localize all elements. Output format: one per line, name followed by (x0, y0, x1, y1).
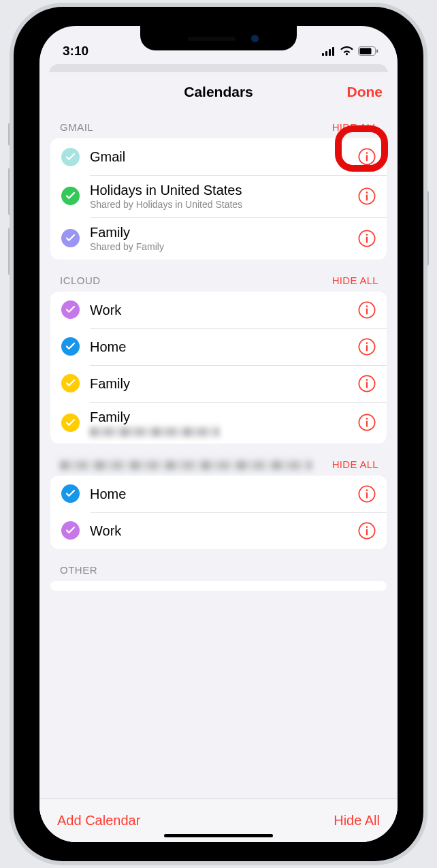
svg-rect-30 (366, 492, 368, 498)
svg-rect-0 (322, 53, 324, 56)
mute-switch (8, 123, 12, 146)
screen: 3:10 Calendars Done (39, 26, 398, 842)
check-icon[interactable] (61, 414, 80, 432)
calendar-sublabel: Shared by Holidays in United States (90, 199, 351, 211)
calendar-label: Family (90, 375, 351, 392)
svg-point-26 (366, 418, 368, 420)
info-icon[interactable] (358, 148, 376, 166)
section-other: OTHER (50, 549, 387, 591)
home-indicator[interactable] (164, 834, 273, 837)
hide-all-icloud[interactable]: HIDE ALL (332, 275, 378, 286)
svg-point-14 (366, 234, 368, 236)
check-icon[interactable] (61, 484, 80, 503)
info-icon[interactable] (358, 230, 376, 247)
svg-point-20 (366, 342, 368, 344)
calendar-row-work[interactable]: Work (50, 512, 387, 549)
side-button (425, 191, 429, 266)
svg-rect-1 (325, 51, 327, 56)
svg-rect-9 (366, 155, 368, 161)
calendar-row-gmail[interactable]: Gmail (50, 138, 387, 175)
svg-point-29 (366, 489, 368, 491)
section-third: HIDE ALL Home (50, 444, 387, 549)
svg-rect-5 (360, 48, 372, 55)
calendar-row-family[interactable]: Family Shared by Family (50, 217, 387, 260)
svg-rect-6 (376, 50, 378, 53)
sheet-body[interactable]: GMAIL HIDE ALL Gmail (39, 112, 398, 799)
info-icon[interactable] (358, 522, 376, 540)
check-icon[interactable] (61, 521, 80, 540)
info-icon[interactable] (358, 301, 376, 319)
svg-rect-2 (329, 49, 331, 56)
sheet-title: Calendars (184, 84, 253, 100)
calendar-label: Family (90, 224, 351, 241)
status-icons (322, 46, 378, 59)
check-icon[interactable] (61, 187, 80, 205)
status-time: 3:10 (63, 44, 88, 59)
section-title-other: OTHER (60, 564, 97, 576)
info-icon[interactable] (358, 338, 376, 356)
done-button[interactable]: Done (347, 72, 383, 112)
section-title-icloud: ICLOUD (60, 275, 101, 286)
check-icon[interactable] (61, 300, 80, 319)
hide-all-button[interactable]: Hide All (334, 813, 380, 828)
calendar-label: Home (90, 339, 351, 355)
calendar-row-family[interactable]: Family (50, 365, 387, 402)
svg-rect-15 (366, 236, 368, 243)
list-icloud: Work Home (50, 292, 387, 444)
calendar-row-holidays[interactable]: Holidays in United States Shared by Holi… (50, 175, 387, 217)
info-icon[interactable] (358, 414, 376, 431)
calendar-row-home[interactable]: Home (50, 476, 387, 512)
list-third: Home Work (50, 476, 387, 549)
battery-icon (358, 46, 378, 59)
svg-rect-24 (366, 382, 368, 388)
section-gmail: GMAIL HIDE ALL Gmail (50, 112, 387, 260)
svg-rect-27 (366, 421, 368, 427)
volume-down-button (8, 228, 12, 275)
svg-point-32 (366, 526, 368, 528)
svg-point-8 (366, 152, 368, 154)
section-icloud: ICLOUD HIDE ALL Work (50, 260, 387, 444)
calendar-label: Gmail (90, 149, 351, 165)
svg-rect-3 (332, 47, 334, 56)
svg-point-11 (366, 191, 368, 193)
calendar-label: Work (90, 302, 351, 318)
wifi-icon (340, 46, 353, 59)
svg-rect-18 (366, 308, 368, 314)
info-icon[interactable] (358, 375, 376, 392)
check-icon[interactable] (61, 229, 80, 247)
svg-point-23 (366, 379, 368, 381)
info-icon[interactable] (358, 485, 376, 503)
calendar-row-work[interactable]: Work (50, 292, 387, 328)
calendar-label: Family (90, 409, 351, 425)
list-gmail: Gmail Holid (50, 138, 387, 260)
calendar-label: Work (90, 523, 351, 539)
volume-up-button (8, 168, 12, 215)
list-other (50, 581, 387, 591)
check-icon[interactable] (61, 374, 80, 392)
add-calendar-button[interactable]: Add Calendar (57, 813, 140, 828)
svg-point-17 (366, 305, 368, 307)
redacted-sublabel (90, 427, 219, 437)
svg-rect-33 (366, 529, 368, 535)
redacted-section-title (60, 461, 312, 470)
calendar-row-family-shared[interactable]: Family (50, 402, 387, 444)
check-icon[interactable] (61, 148, 80, 166)
notch (140, 26, 297, 50)
svg-rect-21 (366, 345, 368, 351)
calendar-row-home[interactable]: Home (50, 328, 387, 365)
hide-all-third[interactable]: HIDE ALL (332, 459, 378, 470)
info-icon[interactable] (358, 187, 376, 205)
hide-all-gmail[interactable]: HIDE ALL (332, 121, 378, 133)
calendar-label: Holidays in United States (90, 182, 351, 198)
cellular-icon (322, 46, 336, 59)
calendar-sublabel: Shared by Family (90, 241, 351, 253)
calendar-label: Home (90, 486, 351, 502)
calendars-sheet: Calendars Done GMAIL HIDE ALL (39, 72, 398, 842)
section-title-gmail: GMAIL (60, 121, 93, 133)
check-icon[interactable] (61, 337, 80, 356)
sheet-header: Calendars Done (39, 72, 398, 112)
svg-rect-12 (366, 194, 368, 200)
